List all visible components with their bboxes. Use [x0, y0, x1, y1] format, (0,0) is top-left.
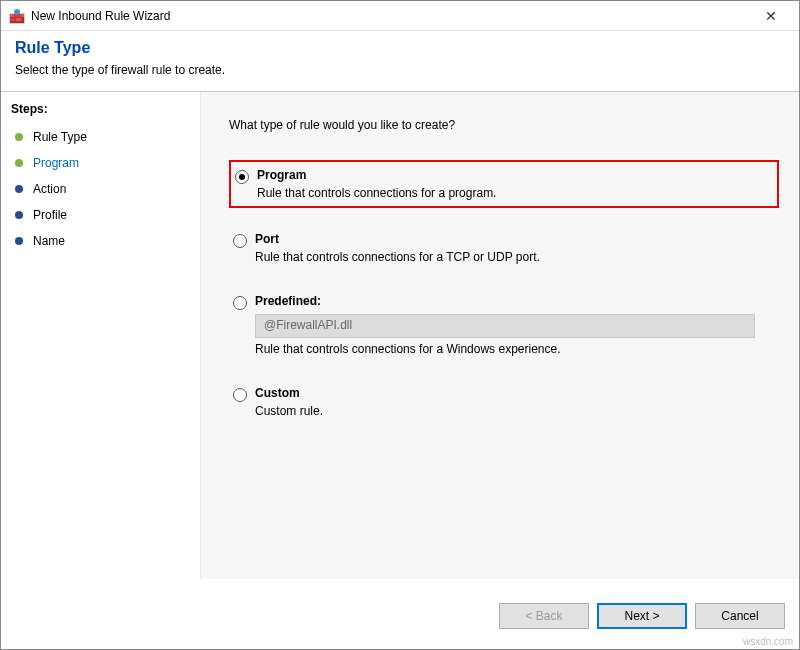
page-subtitle: Select the type of firewall rule to crea…: [15, 63, 785, 77]
wizard-footer: < Back Next > Cancel: [499, 603, 785, 629]
content-panel: What type of rule would you like to crea…: [201, 92, 799, 579]
close-icon[interactable]: ✕: [751, 8, 791, 24]
step-profile[interactable]: Profile: [11, 202, 200, 228]
step-bullet-icon: [15, 159, 23, 167]
steps-heading: Steps:: [11, 102, 200, 116]
wizard-header: Rule Type Select the type of firewall ru…: [1, 31, 799, 91]
step-rule-type[interactable]: Rule Type: [11, 124, 200, 150]
svg-rect-1: [10, 14, 14, 17]
steps-sidebar: Steps: Rule Type Program Action Profile …: [1, 92, 201, 579]
step-label: Rule Type: [33, 130, 87, 144]
firewall-icon: [9, 8, 25, 24]
radio-custom[interactable]: [233, 388, 247, 402]
page-title: Rule Type: [15, 39, 785, 57]
step-action[interactable]: Action: [11, 176, 200, 202]
svg-rect-5: [16, 18, 21, 21]
window-title: New Inbound Rule Wizard: [31, 9, 751, 23]
svg-rect-3: [20, 14, 24, 17]
cancel-button[interactable]: Cancel: [695, 603, 785, 629]
titlebar: New Inbound Rule Wizard ✕: [1, 1, 799, 31]
step-bullet-icon: [15, 237, 23, 245]
back-button[interactable]: < Back: [499, 603, 589, 629]
option-predefined: Predefined: @FirewallAPI.dll Rule that c…: [229, 288, 779, 362]
option-label: Program: [257, 168, 771, 182]
option-desc: Rule that controls connections for a pro…: [257, 186, 771, 200]
step-bullet-icon: [15, 133, 23, 141]
radio-program[interactable]: [235, 170, 249, 184]
option-desc: Rule that controls connections for a TCP…: [255, 250, 773, 264]
option-custom: Custom Custom rule.: [229, 380, 779, 424]
option-desc: Custom rule.: [255, 404, 773, 418]
step-label: Program: [33, 156, 79, 170]
predefined-dropdown[interactable]: @FirewallAPI.dll: [255, 314, 755, 338]
step-name[interactable]: Name: [11, 228, 200, 254]
next-button[interactable]: Next >: [597, 603, 687, 629]
step-bullet-icon: [15, 211, 23, 219]
radio-predefined[interactable]: [233, 296, 247, 310]
step-program[interactable]: Program: [11, 150, 200, 176]
content-prompt: What type of rule would you like to crea…: [229, 118, 779, 132]
option-program: Program Rule that controls connections f…: [229, 160, 779, 208]
watermark: wsxdn.com: [743, 636, 793, 647]
radio-port[interactable]: [233, 234, 247, 248]
step-label: Action: [33, 182, 66, 196]
option-label: Custom: [255, 386, 773, 400]
option-label: Port: [255, 232, 773, 246]
step-label: Profile: [33, 208, 67, 222]
option-port: Port Rule that controls connections for …: [229, 226, 779, 270]
svg-point-6: [14, 9, 20, 15]
option-desc: Rule that controls connections for a Win…: [255, 342, 773, 356]
step-bullet-icon: [15, 185, 23, 193]
step-label: Name: [33, 234, 65, 248]
option-label: Predefined:: [255, 294, 773, 308]
svg-rect-4: [10, 18, 15, 21]
